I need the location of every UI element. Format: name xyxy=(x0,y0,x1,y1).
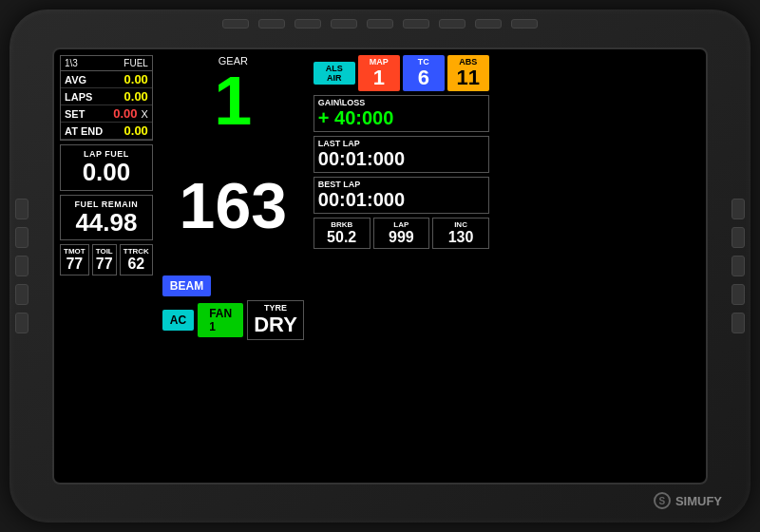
right-column: ALS AIR MAP 1 TC 6 ABS 1 xyxy=(314,55,489,340)
left-btn-1[interactable] xyxy=(15,199,28,219)
ttrck-label: TTRCK xyxy=(124,247,149,256)
tyre-label: TYRE xyxy=(254,303,297,313)
right-btn-5[interactable] xyxy=(732,313,745,333)
fuel-table: 1\3 FUEL AVG 0.00 LAPS 0.00 SET xyxy=(60,55,153,141)
simufy-brand: SIMUFY xyxy=(675,494,722,508)
best-lap-box: BEST LAP 00:01:000 xyxy=(314,177,489,214)
simufy-icon: S xyxy=(654,492,671,509)
fuel-row-atend: AT END 0.00 xyxy=(61,123,152,140)
atend-label: AT END xyxy=(65,125,103,137)
ttrck-value: 62 xyxy=(124,256,149,273)
device-shell: 1\3 FUEL AVG 0.00 LAPS 0.00 SET xyxy=(10,10,750,522)
lap-fuel-box: LAP FUEL 0.00 xyxy=(60,144,153,191)
lap-count-label: LAP xyxy=(377,220,427,229)
right-btn-3[interactable] xyxy=(732,256,745,276)
speed-section: 163 xyxy=(162,139,304,272)
toil-value: 77 xyxy=(96,256,113,273)
tyre-value: DRY xyxy=(254,313,297,337)
map-indicator: MAP 1 xyxy=(358,55,400,91)
speed-value: 163 xyxy=(180,173,287,238)
bottom-right-stats: BRKB 50.2 LAP 999 INC 130 xyxy=(314,218,489,249)
tc-value: 6 xyxy=(418,66,429,89)
air-label: AIR xyxy=(327,73,342,83)
indicator-row: ALS AIR MAP 1 TC 6 ABS 1 xyxy=(314,55,489,91)
top-btn-2[interactable] xyxy=(258,19,285,28)
left-column: 1\3 FUEL AVG 0.00 LAPS 0.00 SET xyxy=(60,55,153,340)
toil-label: TOIL xyxy=(96,247,113,256)
left-btn-5[interactable] xyxy=(15,313,28,333)
top-btn-9[interactable] xyxy=(511,19,538,28)
abs-indicator: ABS 11 xyxy=(447,55,489,91)
fuel-row-avg: AVG 0.00 xyxy=(61,71,152,88)
inc-value: 130 xyxy=(436,229,485,246)
toil-box: TOIL 77 xyxy=(92,244,117,276)
left-btn-4[interactable] xyxy=(15,284,28,305)
left-side-buttons xyxy=(15,199,28,333)
brkb-label: BRKB xyxy=(317,220,367,229)
top-btn-4[interactable] xyxy=(331,19,357,28)
left-btn-3[interactable] xyxy=(15,256,28,276)
beam-box: BEAM xyxy=(162,276,211,296)
inc-box: INC 130 xyxy=(432,218,489,249)
gear-value: 1 xyxy=(162,66,304,135)
set-value: 0.00 xyxy=(113,106,137,121)
screen: 1\3 FUEL AVG 0.00 LAPS 0.00 SET xyxy=(52,48,708,484)
lap-count-value: 999 xyxy=(377,229,427,246)
right-btn-2[interactable] xyxy=(732,227,745,248)
laps-label: LAPS xyxy=(65,91,92,103)
laps-value: 0.00 xyxy=(124,89,148,104)
top-btn-7[interactable] xyxy=(439,19,466,28)
left-btn-2[interactable] xyxy=(15,227,28,248)
last-lap-label: LAST LAP xyxy=(318,139,484,148)
gain-loss-value: + 40:000 xyxy=(318,107,484,129)
ac-box: AC xyxy=(162,310,194,331)
tc-indicator: TC 6 xyxy=(403,55,445,91)
tmot-label: TMOT xyxy=(64,247,86,256)
fuel-header: 1\3 FUEL xyxy=(61,56,152,71)
abs-value: 11 xyxy=(457,66,480,89)
middle-column: GEAR 1 163 BEAM AC FAN 1 TYRE xyxy=(157,55,310,340)
last-lap-box: LAST LAP 00:01:000 xyxy=(314,136,489,173)
ac-fan-tyre-row: AC FAN 1 TYRE DRY xyxy=(162,300,304,340)
x-label: X xyxy=(142,108,148,120)
top-btn-8[interactable] xyxy=(475,19,502,28)
als-indicator: ALS AIR xyxy=(314,62,355,85)
last-lap-value: 00:01:000 xyxy=(318,148,484,170)
gear-section: GEAR 1 xyxy=(162,55,304,135)
best-lap-label: BEST LAP xyxy=(318,180,484,189)
gain-loss-label: GAIN\LOSS xyxy=(318,98,484,107)
als-label: ALS xyxy=(326,64,343,73)
inc-label: INC xyxy=(436,220,485,229)
ttrck-box: TTRCK 62 xyxy=(120,244,153,276)
top-buttons xyxy=(222,19,538,28)
top-btn-6[interactable] xyxy=(403,19,429,28)
gain-loss-box: GAIN\LOSS + 40:000 xyxy=(314,95,489,132)
bottom-left-stats: TMOT 77 TOIL 77 TTRCK 62 xyxy=(60,244,153,276)
simufy-logo: S SIMUFY xyxy=(654,492,722,509)
session-label: 1\3 xyxy=(65,58,78,68)
top-btn-3[interactable] xyxy=(294,19,321,28)
fan-box: FAN 1 xyxy=(198,303,243,337)
fuel-remain-box: FUEL REMAIN 44.98 xyxy=(60,195,153,241)
brkb-value: 50.2 xyxy=(317,229,367,246)
tmot-value: 77 xyxy=(64,256,86,273)
top-btn-1[interactable] xyxy=(222,19,249,28)
fuel-row-set: SET 0.00 X xyxy=(61,105,152,123)
best-lap-value: 00:01:000 xyxy=(318,189,484,211)
tyre-box: TYRE DRY xyxy=(247,300,304,340)
right-btn-4[interactable] xyxy=(732,284,745,305)
brkb-box: BRKB 50.2 xyxy=(314,218,370,249)
lap-count-box: LAP 999 xyxy=(373,218,430,249)
fuel-header-label: FUEL xyxy=(124,58,148,68)
tmot-box: TMOT 77 xyxy=(60,244,89,276)
right-side-buttons xyxy=(732,199,745,333)
set-label: SET xyxy=(65,108,85,120)
fuel-row-laps: LAPS 0.00 xyxy=(61,88,152,105)
lap-fuel-value: 0.00 xyxy=(65,159,148,186)
right-btn-1[interactable] xyxy=(732,199,745,219)
mid-bottom-controls: BEAM xyxy=(162,276,304,296)
avg-label: AVG xyxy=(65,74,86,86)
atend-value: 0.00 xyxy=(124,124,148,138)
top-btn-5[interactable] xyxy=(367,19,393,28)
fuel-remain-value: 44.98 xyxy=(65,209,148,237)
